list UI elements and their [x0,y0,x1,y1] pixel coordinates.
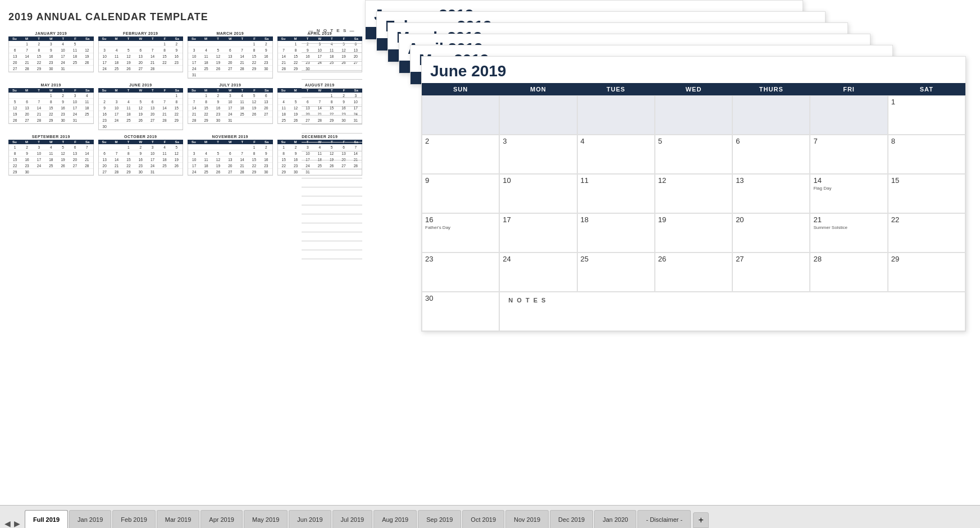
cal-cell: 15 [888,174,965,213]
june-title: June 2019 [422,57,965,83]
note-line [302,143,362,151]
day-number: 4 [581,137,651,145]
note-line [302,214,362,223]
mini-cal-title: JULY 2019 [188,83,273,87]
mini-calendar-5: JUNE 2019SuMTWTFSa······1234567891011121… [98,83,184,130]
mini-calendar-4: MAY 2019SuMTWTFSa···12345678910111213141… [8,83,94,130]
day-number: 2 [425,137,496,145]
note-line [302,196,362,205]
tab-may-2019[interactable]: May 2019 [244,510,288,528]
cal-cell: 7 [810,135,887,174]
note-line [302,125,362,134]
note-line [302,35,362,44]
day-number: 17 [503,215,573,224]
cal-cell: 3 [499,135,577,174]
day-number: 1 [891,98,962,106]
note-line [302,80,362,89]
cal-cell: 6 [732,135,810,174]
day-number: 16 [425,215,496,224]
note-line [302,223,362,232]
note-line [302,44,362,53]
day-number: 6 [736,137,806,145]
day-number: 20 [736,215,806,224]
note-line [302,134,362,143]
cal-cell: 8 [888,135,965,174]
mini-cal-title: FEBRUARY 2019 [98,31,184,35]
cal-cell: 24 [499,252,577,292]
note-line [302,178,362,187]
day-number: 23 [425,255,496,263]
day-number: 18 [581,215,651,224]
cal-cell: 2 [422,135,499,174]
tab-apr-2019[interactable]: Apr 2019 [200,510,243,528]
day-number: 26 [658,255,729,263]
day-number: 12 [658,176,729,185]
day-number: 9 [425,176,496,185]
day-number: 10 [503,176,573,185]
mini-calendar-9: OCTOBER 2019SuMTWTFSa··12345678910111213… [98,135,184,176]
note-line [302,151,362,160]
june-header: SUNMONTUESWEDTHURSFRISAT [422,83,965,95]
mini-calendar-10: NOVEMBER 2019SuMTWTFSa·····1234567891011… [188,135,273,176]
tab-jun-2019[interactable]: Jun 2019 [289,510,331,528]
tab-prev-btn[interactable]: ◀ [3,519,12,528]
tab-jan-2019[interactable]: Jan 2019 [69,510,111,528]
page-title: 2019 ANNUAL CALENDAR TEMPLATE [8,11,362,23]
tab-nov-2019[interactable]: Nov 2019 [505,510,549,528]
cal-cell: 10 [499,174,577,213]
mini-cal-title: MAY 2019 [8,83,94,87]
note-line [302,169,362,178]
note-line [302,205,362,214]
mini-calendar-1: FEBRUARY 2019SuMTWTFSa·····1234567891011… [98,31,184,79]
cal-cell: 17 [499,213,577,252]
tab-aug-2019[interactable]: Aug 2019 [373,510,417,528]
notes-title: — N O T E S — [302,28,362,33]
note-line [302,116,362,125]
cal-cell [422,95,499,135]
note-line [302,71,362,80]
cal-cell: 5 [655,135,732,174]
cal-cell: 27 [732,252,810,292]
cal-card-june: June 2019 SUNMONTUESWEDTHURSFRISAT 12345… [421,56,966,332]
cal-cell: 26 [655,252,732,292]
cal-cell: 28 [810,252,887,292]
tab-nav: ◀ ▶ [3,519,22,528]
stacked-calendars: January 2019 SUNMON TUESWED THURSFRI SAT… [365,0,980,505]
tab---disclaimer--[interactable]: - Disclaimer - [637,510,691,528]
tab-dec-2019[interactable]: Dec 2019 [550,510,593,528]
tab-feb-2019[interactable]: Feb 2019 [112,510,155,528]
tab-sep-2019[interactable]: Sep 2019 [418,510,461,528]
notes-cell: N O T E S [499,292,965,331]
note-line [302,62,362,71]
tab-jan-2020[interactable]: Jan 2020 [594,510,636,528]
mini-cal-title: SEPTEMBER 2019 [8,135,94,139]
tab-next-btn[interactable]: ▶ [12,519,22,528]
note-line [302,98,362,107]
note-line [302,250,362,259]
day-number: 25 [581,255,651,263]
mini-calendar-6: JULY 2019SuMTWTFSa·123456789101112131415… [188,83,273,130]
day-number: 24 [503,255,573,263]
note-line [302,89,362,98]
tab-mar-2019[interactable]: Mar 2019 [157,510,199,528]
note-line [302,241,362,250]
tab-add-button[interactable]: + [693,512,709,528]
day-number: 3 [503,137,573,145]
cal-cell: 19 [655,213,732,252]
day-number: 30 [425,294,496,302]
cal-cell [499,95,577,135]
day-number: 22 [891,215,962,224]
tab-bar: ◀ ▶ Full 2019Jan 2019Feb 2019Mar 2019Apr… [0,505,980,528]
day-number: 15 [891,176,962,185]
day-number: 5 [658,137,729,145]
mini-cal-title: OCTOBER 2019 [98,135,184,139]
day-number: 21 [813,215,884,224]
cal-cell: 13 [732,174,810,213]
cal-cell: 25 [577,252,655,292]
day-number: 8 [891,137,962,145]
tab-oct-2019[interactable]: Oct 2019 [462,510,504,528]
cal-cell [577,95,655,135]
note-line [302,107,362,116]
tab-jul-2019[interactable]: Jul 2019 [332,510,373,528]
tab-full-2019[interactable]: Full 2019 [25,510,68,528]
